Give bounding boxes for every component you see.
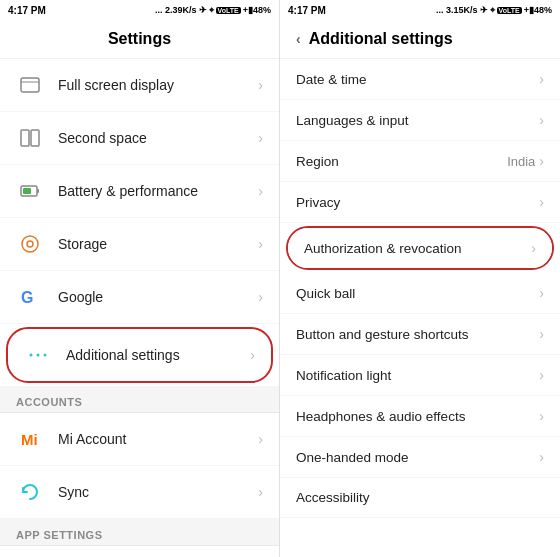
settings-item-date-time[interactable]: Date & time › <box>280 59 560 100</box>
full-screen-label: Full screen display <box>58 77 258 93</box>
region-label: Region <box>296 154 507 169</box>
mi-account-label: Mi Account <box>58 431 258 447</box>
right-network: ... 3.15K/s <box>436 5 478 15</box>
right-signal-icon: ✈ <box>480 5 488 15</box>
additional-settings-icon <box>24 341 52 369</box>
right-battery: +▮48% <box>524 5 552 15</box>
settings-item-headphones[interactable]: Headphones & audio effects › <box>280 396 560 437</box>
sync-label: Sync <box>58 484 258 500</box>
settings-item-second-space[interactable]: Second space › <box>0 112 279 165</box>
one-handed-label: One-handed mode <box>296 450 539 465</box>
notification-light-label: Notification light <box>296 368 539 383</box>
settings-item-mi-account[interactable]: Mi Mi Account › <box>0 413 279 466</box>
right-volte: VoLTE <box>497 7 522 14</box>
one-handed-arrow: › <box>539 449 544 465</box>
mi-account-icon: Mi <box>16 425 44 453</box>
settings-item-region[interactable]: Region India › <box>280 141 560 182</box>
settings-item-languages[interactable]: Languages & input › <box>280 100 560 141</box>
google-arrow: › <box>258 289 263 305</box>
svg-rect-2 <box>21 130 29 146</box>
second-space-label: Second space <box>58 130 258 146</box>
headphones-label: Headphones & audio effects <box>296 409 539 424</box>
svg-point-7 <box>22 236 38 252</box>
quick-ball-arrow: › <box>539 285 544 301</box>
button-gesture-arrow: › <box>539 326 544 342</box>
right-panel-header[interactable]: ‹ Additional settings <box>280 20 560 59</box>
right-status-icons: ... 3.15K/s ✈ ⌖ VoLTE +▮48% <box>436 5 552 16</box>
sync-icon <box>16 478 44 506</box>
storage-icon <box>16 230 44 258</box>
svg-text:Mi: Mi <box>21 431 38 448</box>
left-wifi-icon: ⌖ <box>209 5 214 16</box>
storage-arrow: › <box>258 236 263 252</box>
date-time-label: Date & time <box>296 72 539 87</box>
languages-label: Languages & input <box>296 113 539 128</box>
settings-item-google[interactable]: G Google › <box>0 271 279 324</box>
back-arrow-icon[interactable]: ‹ <box>296 31 301 47</box>
left-panel-content: Full screen display › Second space › <box>0 59 279 557</box>
languages-arrow: › <box>539 112 544 128</box>
settings-item-quick-ball[interactable]: Quick ball › <box>280 273 560 314</box>
svg-point-10 <box>30 354 33 357</box>
right-wifi-icon: ⌖ <box>490 5 495 16</box>
svg-point-8 <box>27 241 33 247</box>
settings-item-storage[interactable]: Storage › <box>0 218 279 271</box>
settings-item-sync[interactable]: Sync › <box>0 466 279 519</box>
additional-settings-arrow: › <box>250 347 255 363</box>
svg-rect-6 <box>23 188 31 194</box>
right-time: 4:17 PM <box>288 5 326 16</box>
headphones-arrow: › <box>539 408 544 424</box>
svg-point-12 <box>44 354 47 357</box>
left-signal-icon: ✈ <box>199 5 207 15</box>
svg-rect-0 <box>21 78 39 92</box>
battery-perf-icon <box>16 177 44 205</box>
sync-arrow: › <box>258 484 263 500</box>
region-value: India <box>507 154 535 169</box>
right-panel-content: Date & time › Languages & input › Region… <box>280 59 560 557</box>
authorization-arrow: › <box>531 240 536 256</box>
settings-item-full-screen[interactable]: Full screen display › <box>0 59 279 112</box>
mi-account-arrow: › <box>258 431 263 447</box>
right-panel-title: Additional settings <box>309 30 453 48</box>
privacy-arrow: › <box>539 194 544 210</box>
left-time: 4:17 PM <box>8 5 46 16</box>
settings-item-notification-light[interactable]: Notification light › <box>280 355 560 396</box>
left-status-bar: 4:17 PM ... 2.39K/s ✈ ⌖ VoLTE +▮48% <box>0 0 279 20</box>
svg-text:G: G <box>21 289 33 306</box>
authorization-label: Authorization & revocation <box>304 241 531 256</box>
quick-ball-label: Quick ball <box>296 286 539 301</box>
left-panel: 4:17 PM ... 2.39K/s ✈ ⌖ VoLTE +▮48% Sett… <box>0 0 280 557</box>
settings-item-additional[interactable]: Additional settings › <box>8 329 271 381</box>
svg-rect-3 <box>31 130 39 146</box>
app-settings-section-header: APP SETTINGS <box>0 519 279 546</box>
settings-item-accessibility[interactable]: Accessibility <box>280 478 560 518</box>
left-volte: VoLTE <box>216 7 241 14</box>
google-label: Google <box>58 289 258 305</box>
button-gesture-label: Button and gesture shortcuts <box>296 327 539 342</box>
region-arrow: › <box>539 153 544 169</box>
svg-rect-5 <box>37 189 39 193</box>
second-space-arrow: › <box>258 130 263 146</box>
full-screen-arrow: › <box>258 77 263 93</box>
additional-settings-label: Additional settings <box>66 347 250 363</box>
privacy-label: Privacy <box>296 195 539 210</box>
accessibility-label: Accessibility <box>296 490 544 505</box>
full-screen-icon <box>16 71 44 99</box>
settings-item-button-gesture[interactable]: Button and gesture shortcuts › <box>280 314 560 355</box>
left-network: ... 2.39K/s <box>155 5 197 15</box>
right-status-bar: 4:17 PM ... 3.15K/s ✈ ⌖ VoLTE +▮48% <box>280 0 560 20</box>
left-status-icons: ... 2.39K/s ✈ ⌖ VoLTE +▮48% <box>155 5 271 16</box>
accounts-section-header: ACCOUNTS <box>0 386 279 413</box>
notification-light-arrow: › <box>539 367 544 383</box>
battery-arrow: › <box>258 183 263 199</box>
settings-item-privacy[interactable]: Privacy › <box>280 182 560 223</box>
svg-point-11 <box>37 354 40 357</box>
date-time-arrow: › <box>539 71 544 87</box>
battery-label: Battery & performance <box>58 183 258 199</box>
google-icon: G <box>16 283 44 311</box>
settings-item-battery[interactable]: Battery & performance › <box>0 165 279 218</box>
settings-item-authorization[interactable]: Authorization & revocation › <box>288 228 552 268</box>
settings-item-system-apps[interactable]: System apps › <box>0 546 279 557</box>
left-battery: +▮48% <box>243 5 271 15</box>
settings-item-one-handed[interactable]: One-handed mode › <box>280 437 560 478</box>
